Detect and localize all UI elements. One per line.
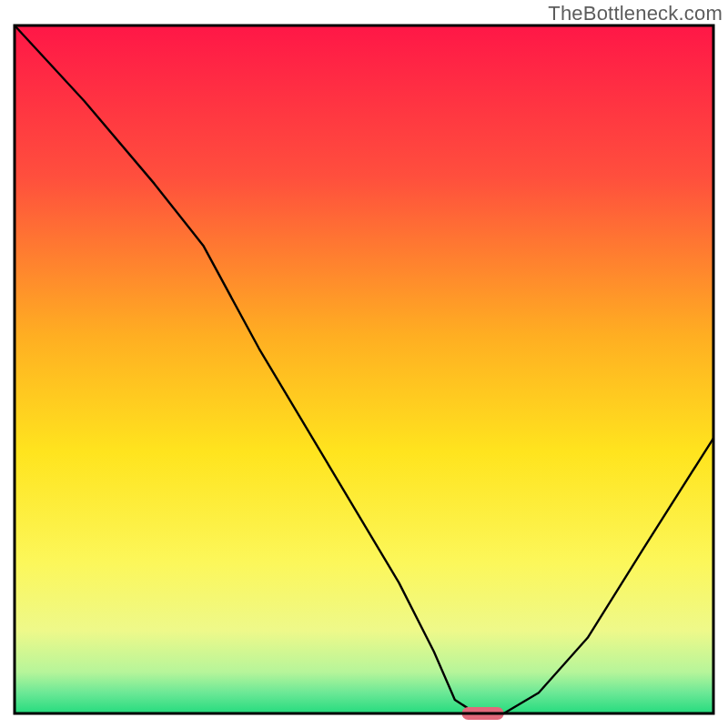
bottleneck-chart: TheBottleneck.com [0, 0, 728, 728]
gradient-background [15, 25, 713, 713]
watermark-label: TheBottleneck.com [548, 2, 723, 25]
chart-svg [0, 0, 728, 728]
